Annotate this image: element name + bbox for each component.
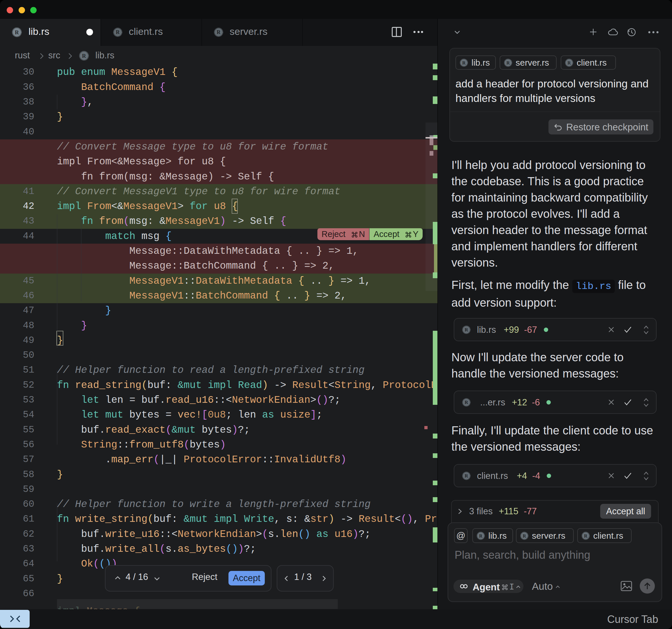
svg-text:R: R <box>116 29 120 35</box>
svg-text:R: R <box>465 473 469 479</box>
svg-text:R: R <box>584 533 587 538</box>
svg-text:R: R <box>15 29 19 35</box>
svg-text:R: R <box>567 60 571 65</box>
svg-text:R: R <box>82 53 86 59</box>
svg-text:R: R <box>523 533 526 538</box>
svg-text:R: R <box>217 29 221 35</box>
svg-text:R: R <box>465 400 469 405</box>
svg-text:R: R <box>479 533 482 538</box>
svg-text:R: R <box>465 327 469 332</box>
svg-text:R: R <box>462 60 465 65</box>
svg-text:R: R <box>506 60 510 65</box>
